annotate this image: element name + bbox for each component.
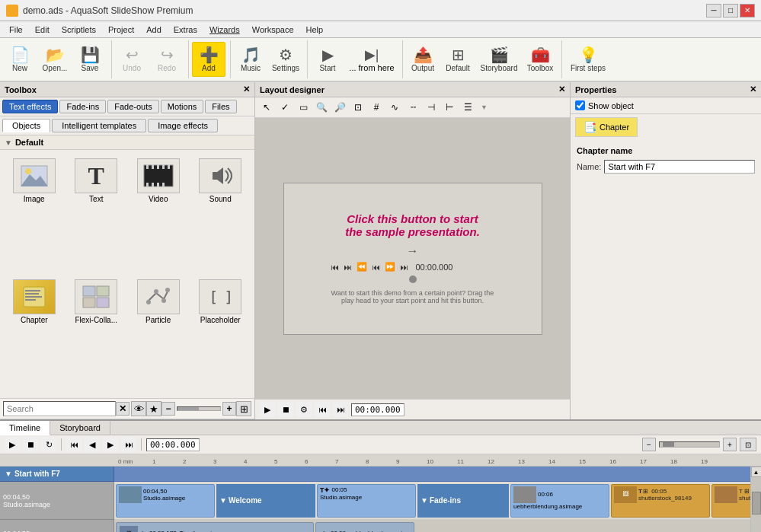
tab-fade-ins[interactable]: Fade-ins bbox=[59, 100, 106, 113]
toolbox-button[interactable]: 🧰 Toolbox bbox=[523, 42, 557, 77]
section-collapse-icon[interactable]: ▼ bbox=[5, 139, 12, 147]
menu-workspace[interactable]: Workspace bbox=[246, 24, 300, 36]
tool-sound[interactable]: Sound bbox=[191, 155, 251, 272]
menu-project[interactable]: Project bbox=[102, 24, 140, 36]
clip-2[interactable]: T✦ 00:05 Studio.asimage bbox=[317, 484, 416, 518]
tl-zoom-minus-btn[interactable]: − bbox=[642, 438, 656, 451]
ld-align-left-btn[interactable]: ⊣ bbox=[423, 99, 440, 116]
ld-grid-btn[interactable]: # bbox=[368, 99, 385, 116]
pb-prev-btn[interactable]: ⏮ bbox=[315, 402, 330, 417]
clip-2b[interactable]: ∿ 00:06 uebherblendung.asimage bbox=[315, 522, 414, 533]
preview-controls[interactable]: ⏮ ⏭ ⏪ ⏮ ⏩ ⏭ 00:00.000 bbox=[329, 261, 497, 272]
menu-edit[interactable]: Edit bbox=[29, 24, 56, 36]
ld-rect-btn[interactable]: ▭ bbox=[295, 99, 312, 116]
prev-skip-btn[interactable]: ⏩ bbox=[383, 261, 397, 272]
clip-4[interactable]: 🖼 T ⊞ 00:05 shutterstock_98 bbox=[611, 484, 710, 518]
menu-add[interactable]: Add bbox=[140, 24, 168, 36]
pb-play-btn[interactable]: ▶ bbox=[260, 402, 275, 417]
tab-storyboard[interactable]: Storyboard bbox=[50, 421, 110, 435]
search-grid-button[interactable]: ⊞ bbox=[236, 401, 251, 416]
storyboard-button[interactable]: 🎬 Storyboard bbox=[476, 42, 522, 77]
menu-help[interactable]: Help bbox=[300, 24, 330, 36]
output-button[interactable]: 📤 Output bbox=[406, 42, 440, 77]
prev-next-btn[interactable]: ⏭ bbox=[398, 262, 410, 272]
from-here-button[interactable]: ▶| ... from here bbox=[346, 42, 398, 77]
redo-button[interactable]: ↪ Redo bbox=[150, 42, 184, 77]
search-plus-button[interactable]: + bbox=[222, 402, 236, 416]
tl-zoom-slider[interactable] bbox=[659, 441, 720, 448]
ld-line-btn[interactable]: ╌ bbox=[404, 99, 421, 116]
tool-particle[interactable]: Particle bbox=[129, 276, 188, 393]
tool-flexi-collage[interactable]: Flexi-Colla... bbox=[67, 276, 126, 393]
ld-zoom-in-btn[interactable]: 🔍 bbox=[313, 99, 330, 116]
layout-designer-close-icon[interactable]: ✕ bbox=[558, 84, 565, 94]
search-eye-button[interactable]: 👁 bbox=[131, 401, 146, 416]
vscroll-thumb[interactable] bbox=[752, 492, 761, 514]
prev-prev-btn[interactable]: ⏮ bbox=[329, 262, 341, 272]
clip-1[interactable]: 00:04,50 Studio.asimage bbox=[116, 484, 215, 518]
clip-3[interactable]: 00:06 uebherblendung.asimage bbox=[510, 484, 609, 518]
tab-objects[interactable]: Objects bbox=[2, 119, 50, 132]
music-button[interactable]: 🎵 Music bbox=[234, 42, 267, 77]
tl-zoom-plus-btn[interactable]: + bbox=[723, 438, 737, 451]
pb-stop-btn[interactable]: ⏹ bbox=[278, 402, 293, 417]
menu-scriptlets[interactable]: Scriptlets bbox=[56, 24, 102, 36]
tl-prev2-btn[interactable]: ◀ bbox=[85, 437, 100, 452]
tab-motions[interactable]: Motions bbox=[161, 100, 204, 113]
pb-next-btn[interactable]: ⏭ bbox=[333, 402, 348, 417]
playhead-dot[interactable] bbox=[409, 276, 417, 283]
new-button[interactable]: 📄 New bbox=[3, 42, 37, 77]
ld-align-right-btn[interactable]: ⊢ bbox=[441, 99, 458, 116]
ld-select-btn[interactable]: ↖ bbox=[258, 99, 275, 116]
menu-extras[interactable]: Extras bbox=[168, 24, 203, 36]
close-button[interactable]: ✕ bbox=[740, 4, 755, 18]
ld-menu-btn[interactable]: ☰ bbox=[459, 99, 476, 116]
search-star-button[interactable]: ★ bbox=[146, 401, 161, 416]
tab-fade-outs[interactable]: Fade-outs bbox=[107, 100, 159, 113]
ld-move-btn[interactable]: ✓ bbox=[277, 99, 293, 116]
ld-zoom-out-btn[interactable]: 🔎 bbox=[331, 99, 348, 116]
start-button[interactable]: ▶ Start bbox=[311, 42, 344, 77]
tl-play-btn[interactable]: ▶ bbox=[5, 437, 20, 452]
tl-loop-btn[interactable]: ↻ bbox=[41, 437, 56, 452]
properties-close-icon[interactable]: ✕ bbox=[750, 84, 756, 94]
tab-intelligent-templates[interactable]: Intelligent templates bbox=[52, 119, 146, 132]
tab-text-effects[interactable]: Text effects bbox=[2, 100, 58, 113]
add-button[interactable]: ➕ Add bbox=[192, 42, 225, 77]
tl-next-btn[interactable]: ▶ bbox=[103, 437, 118, 452]
tl-stop-btn[interactable]: ⏹ bbox=[23, 437, 38, 452]
first-steps-button[interactable]: 💡 First steps bbox=[565, 42, 611, 77]
tab-timeline[interactable]: Timeline bbox=[0, 421, 50, 435]
tab-image-effects[interactable]: Image effects bbox=[148, 119, 218, 132]
chapter-tab[interactable]: 📑 Chapter bbox=[575, 117, 638, 137]
ld-bezier-btn[interactable]: ∿ bbox=[386, 99, 403, 116]
menu-file[interactable]: File bbox=[3, 24, 29, 36]
prev-prev2-btn[interactable]: ⏭ bbox=[342, 262, 353, 272]
tool-video[interactable]: Video bbox=[129, 155, 188, 272]
tl-next2-btn[interactable]: ⏭ bbox=[121, 437, 136, 452]
ld-zoom-fit-btn[interactable]: ⊡ bbox=[350, 99, 366, 116]
pb-settings-btn[interactable]: ⚙ bbox=[296, 402, 312, 417]
save-button[interactable]: 💾 Save bbox=[73, 42, 107, 77]
menu-wizards[interactable]: Wizards bbox=[203, 24, 246, 36]
tl-prev-btn[interactable]: ⏮ bbox=[66, 437, 82, 452]
show-object-checkbox[interactable] bbox=[575, 100, 585, 110]
search-input[interactable] bbox=[3, 401, 116, 416]
tl-fit-btn[interactable]: ⊡ bbox=[740, 438, 756, 451]
tool-chapter[interactable]: Chapter bbox=[5, 276, 64, 393]
prev-prev3-btn[interactable]: ⏮ bbox=[370, 262, 382, 272]
minimize-button[interactable]: ─ bbox=[706, 4, 721, 18]
tool-text[interactable]: T Text bbox=[67, 155, 126, 272]
vscroll-up-btn[interactable]: ▲ bbox=[751, 467, 762, 477]
prev-back-btn[interactable]: ⏪ bbox=[355, 261, 369, 272]
undo-button[interactable]: ↩ Undo bbox=[115, 42, 149, 77]
maximize-button[interactable]: □ bbox=[723, 4, 738, 18]
open-button[interactable]: 📂 Open... bbox=[38, 42, 72, 77]
clip-5[interactable]: T ⊞ 00:05 shutterstock_14464 bbox=[711, 484, 750, 518]
settings-button[interactable]: ⚙ Settings bbox=[269, 42, 302, 77]
tool-placeholder[interactable]: [ ] Placeholder bbox=[191, 276, 251, 393]
toolbox-close-icon[interactable]: ✕ bbox=[243, 84, 250, 94]
tool-image[interactable]: Image bbox=[5, 155, 64, 272]
tab-files[interactable]: Files bbox=[205, 100, 236, 113]
search-minus-button[interactable]: − bbox=[161, 402, 175, 416]
